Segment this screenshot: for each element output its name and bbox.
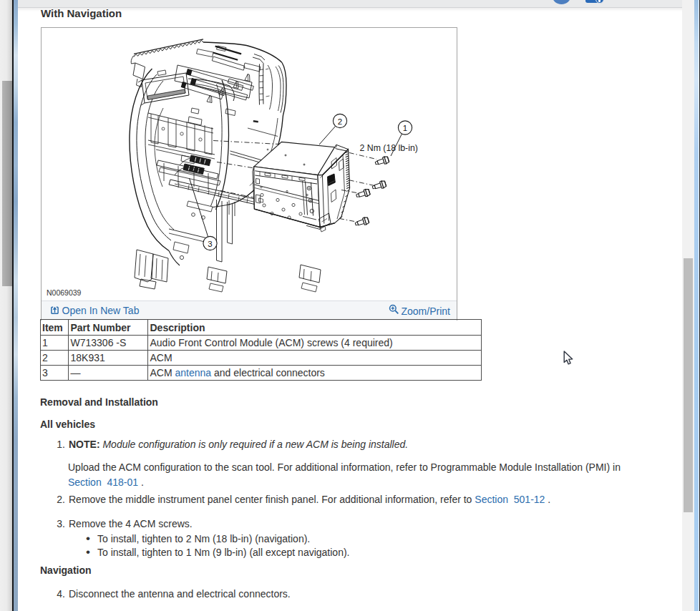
svg-text:3: 3: [208, 239, 212, 248]
svg-text:2 Nm (18 lb-in): 2 Nm (18 lb-in): [359, 143, 417, 153]
svg-text:1: 1: [402, 124, 407, 132]
svg-text:2: 2: [337, 117, 341, 125]
